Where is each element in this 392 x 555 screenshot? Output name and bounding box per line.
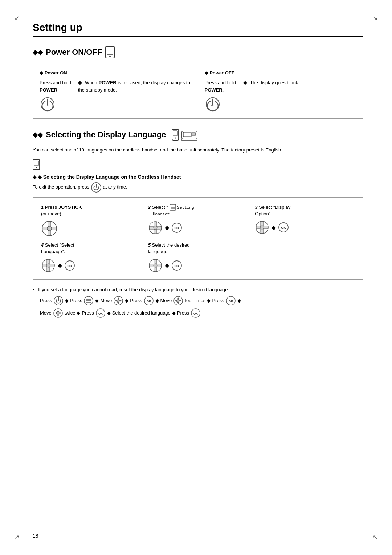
seq1-arrow6: ◆: [237, 296, 241, 305]
step-2-nav: [148, 220, 163, 235]
svg-point-38: [260, 226, 264, 229]
svg-marker-76: [57, 310, 59, 312]
power-button-icon-on: off: [40, 96, 56, 112]
step-5-icons: ◆ OK: [148, 258, 248, 273]
diamond-bullets-power: ◆◆: [33, 48, 43, 56]
svg-text:OK: OK: [229, 300, 233, 303]
seq2-press1: Press: [82, 308, 94, 318]
svg-rect-15: [182, 139, 197, 141]
power-off-header: ◆ Power OFF: [205, 70, 356, 76]
step-3-num: 3: [255, 204, 257, 210]
svg-marker-68: [177, 297, 179, 299]
handset-section-title-text: ◆ Selecting the Display Language on the …: [38, 174, 181, 180]
seq1-ok-btn2: OK: [226, 296, 236, 306]
page: ↙ ↘ ↗ ↖ Setting up ◆◆ Power ON/OFF ◆ Pow…: [0, 0, 392, 555]
step-4-arrow: ◆: [58, 262, 62, 269]
step-5-nav: [148, 258, 163, 273]
handset-icon-heading: [172, 129, 179, 141]
seq1-ok-btn1: OK: [144, 296, 154, 306]
svg-text:OK: OK: [67, 264, 72, 268]
svg-marker-61: [117, 302, 119, 304]
seq1-arrow3: ◆: [125, 296, 128, 305]
step-2-icons: ◆ OK: [148, 220, 248, 235]
seq1-arrow1: ◆: [65, 296, 69, 305]
seq2-move1: Move: [40, 308, 52, 318]
step-1-icons: [41, 220, 141, 237]
svg-marker-62: [115, 300, 117, 302]
svg-text:off: off: [46, 104, 50, 107]
steps-row-1: 1 Press JOYSTICK(or move). 2 Select ": [41, 204, 355, 237]
step-3-text: Select "DisplayOption".: [255, 204, 290, 216]
diamond-off: ◆: [205, 70, 208, 76]
corner-mark-bl: ↗: [15, 534, 19, 540]
svg-text:OK: OK: [193, 312, 198, 315]
power-on-label: Power ON: [45, 70, 67, 76]
step-4-text: Select "SelectLanguage".: [41, 242, 74, 254]
svg-point-32: [154, 226, 157, 230]
seq-line-2: Move twice ◆ Press OK ◆ Select the desir…: [40, 308, 363, 318]
seq2-press2: Press: [177, 308, 189, 318]
page-number: 18: [33, 533, 38, 539]
svg-point-44: [46, 264, 50, 267]
corner-mark-tl: ↙: [15, 15, 19, 21]
seq1-move2: Move: [160, 296, 172, 305]
svg-marker-79: [60, 312, 61, 314]
seq1-nav-btn: [113, 296, 123, 306]
steps-box: 1 Press JOYSTICK(or move). 2 Select ": [33, 197, 363, 280]
lang-description: You can select one of 19 languages on th…: [33, 146, 363, 154]
step-3-arrow: ◆: [271, 224, 276, 231]
seq1-arrow5: ◆: [207, 296, 211, 305]
display-lang-heading: ◆◆ Selecting the Display Language: [33, 129, 363, 141]
svg-marker-71: [180, 300, 181, 302]
phone-icon: [105, 46, 115, 59]
power-on-step1: Press and holdPOWER. off: [40, 79, 72, 113]
step-2-ok: OK: [171, 222, 182, 233]
power-off-step2: ◆ The display goes blank.: [243, 79, 299, 86]
power-box: ◆ Power ON Press and holdPOWER. off: [33, 65, 363, 119]
power-button-icon-off: off: [205, 96, 221, 112]
arrow-bullet-on: ◆: [78, 80, 82, 85]
step-2-text: Select " Setting Handset".: [148, 204, 194, 217]
svg-point-11: [175, 138, 176, 139]
svg-text:OK: OK: [174, 264, 179, 268]
seq1-move1: Move: [100, 296, 112, 305]
step-4-icons: ◆ OK: [41, 258, 141, 273]
seq2-ok-btn1: OK: [95, 308, 106, 318]
step-1-num: 1: [41, 204, 44, 210]
seq1-press2: Press: [70, 296, 82, 305]
seq1-press1: Press: [40, 296, 52, 305]
seq2-period: .: [202, 308, 204, 318]
svg-text:off: off: [211, 104, 215, 107]
step-2-menu-icon: [170, 204, 176, 211]
bullet-symbol: •: [33, 287, 34, 292]
power-on-inner: Press and holdPOWER. off ◆ When POWER is…: [40, 79, 191, 113]
svg-point-2: [109, 56, 111, 57]
svg-rect-17: [34, 161, 38, 166]
step-4: 4 Select "SelectLanguage". ◆ OK: [41, 242, 141, 272]
svg-rect-10: [173, 131, 177, 136]
corner-mark-br: ↖: [373, 534, 377, 540]
step-2-arrow: ◆: [165, 224, 169, 231]
power-heading: ◆◆ Power ON/OFF: [33, 46, 363, 59]
step-4-ok: OK: [64, 260, 75, 271]
step-1-text: Press JOYSTICK(or move).: [41, 204, 82, 216]
step-spacer: [255, 242, 355, 272]
step-5-ok: OK: [171, 260, 182, 271]
power-off-step2-text: The display goes blank.: [250, 80, 299, 85]
svg-marker-70: [175, 300, 177, 302]
power-on-header: ◆ Power ON: [40, 70, 191, 76]
power-heading-text: Power ON/OFF: [46, 48, 102, 57]
seq2-arrow1: ◆: [77, 308, 80, 318]
power-off-col: ◆ Power OFF Press and holdPOWER. off ◆ T…: [198, 65, 363, 118]
seq2-arrow3: ◆: [172, 308, 176, 318]
svg-text:OK: OK: [147, 300, 151, 303]
step-3-icons: ◆ OK: [255, 220, 355, 235]
seq1-press4: Press: [212, 296, 224, 305]
power-off-inner: Press and holdPOWER. off ◆ The display g…: [205, 79, 356, 113]
svg-marker-78: [55, 312, 57, 314]
section-title: Setting up: [33, 22, 363, 37]
svg-rect-13: [183, 132, 191, 137]
seq1-fourtimes: four times: [185, 296, 205, 305]
step-5: 5 Select the desiredlanguage. ◆ OK: [148, 242, 248, 272]
power-on-step2: ◆ When POWER is released, the display ch…: [78, 79, 191, 93]
